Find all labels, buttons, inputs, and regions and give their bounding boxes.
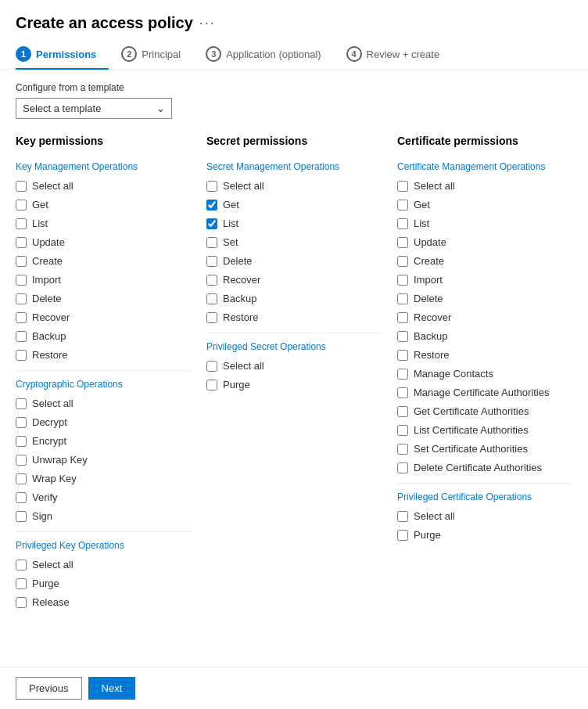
cert-delete-label[interactable]: Delete: [414, 293, 443, 304]
key-crypto-select-all-checkbox[interactable]: [16, 398, 27, 409]
cert-manage-contacts-label[interactable]: Manage Contacts: [414, 368, 493, 380]
secret-purge-label[interactable]: Purge: [223, 379, 250, 390]
key-decrypt-label[interactable]: Decrypt: [32, 416, 67, 428]
previous-button[interactable]: Previous: [16, 677, 82, 700]
key-sign-checkbox[interactable]: [16, 511, 27, 522]
key-crypto-select-all-label[interactable]: Select all: [32, 398, 74, 409]
cert-update-label[interactable]: Update: [414, 236, 446, 248]
secret-recover-label[interactable]: Recover: [223, 274, 260, 286]
cert-update-checkbox[interactable]: [397, 237, 408, 248]
secret-purge-checkbox[interactable]: [206, 380, 217, 390]
key-unwrap-key-label[interactable]: Unwrap Key: [32, 454, 88, 466]
key-backup-label[interactable]: Backup: [32, 330, 66, 342]
cert-recover-label[interactable]: Recover: [414, 311, 451, 323]
key-priv-select-all-label[interactable]: Select all: [32, 559, 74, 570]
secret-get-label[interactable]: Get: [223, 199, 239, 211]
cert-purge-label[interactable]: Purge: [414, 529, 441, 541]
key-verify-checkbox[interactable]: [16, 492, 27, 503]
cert-list-label[interactable]: List: [414, 218, 429, 229]
secret-backup-label[interactable]: Backup: [223, 293, 256, 304]
tab-permissions[interactable]: 1 Permissions: [16, 40, 109, 70]
cert-set-cas-checkbox[interactable]: [397, 444, 408, 455]
tab-application[interactable]: 3 Application (optional): [206, 40, 333, 70]
cert-create-checkbox[interactable]: [397, 256, 408, 267]
key-recover-checkbox[interactable]: [16, 312, 27, 323]
secret-set-checkbox[interactable]: [206, 237, 217, 248]
cert-delete-cas-checkbox[interactable]: [397, 462, 408, 473]
key-wrap-key-label[interactable]: Wrap Key: [32, 473, 77, 484]
secret-recover-checkbox[interactable]: [206, 275, 217, 286]
key-encrypt-checkbox[interactable]: [16, 436, 27, 447]
cert-select-all-checkbox[interactable]: [397, 181, 408, 192]
cert-restore-label[interactable]: Restore: [414, 349, 450, 361]
cert-select-all-label[interactable]: Select all: [414, 180, 455, 192]
secret-list-checkbox[interactable]: [206, 218, 217, 229]
secret-set-label[interactable]: Set: [223, 236, 238, 248]
tab-review-create[interactable]: 4 Review + create: [346, 40, 453, 70]
key-wrap-key-checkbox[interactable]: [16, 473, 27, 484]
key-verify-label[interactable]: Verify: [32, 491, 58, 503]
cert-manage-cas-label[interactable]: Manage Certificate Authorities: [414, 387, 549, 398]
cert-backup-label[interactable]: Backup: [414, 330, 447, 342]
secret-get-checkbox[interactable]: [206, 200, 217, 211]
key-get-checkbox[interactable]: [16, 200, 27, 211]
cert-priv-select-all-label[interactable]: Select all: [414, 510, 455, 522]
cert-manage-cas-checkbox[interactable]: [397, 387, 408, 398]
key-restore-checkbox[interactable]: [16, 350, 27, 361]
cert-get-checkbox[interactable]: [397, 200, 408, 211]
key-release-label[interactable]: Release: [32, 596, 70, 608]
key-list-label[interactable]: List: [32, 218, 48, 229]
secret-restore-label[interactable]: Restore: [223, 311, 259, 323]
key-priv-select-all-checkbox[interactable]: [16, 560, 27, 570]
secret-delete-label[interactable]: Delete: [223, 255, 253, 267]
cert-get-cas-label[interactable]: Get Certificate Authorities: [414, 405, 529, 417]
key-select-all-checkbox[interactable]: [16, 181, 27, 192]
cert-get-cas-checkbox[interactable]: [397, 406, 408, 417]
secret-delete-checkbox[interactable]: [206, 256, 217, 267]
key-release-checkbox[interactable]: [16, 597, 27, 608]
secret-restore-checkbox[interactable]: [206, 312, 217, 323]
key-purge-checkbox[interactable]: [16, 578, 27, 589]
key-get-label[interactable]: Get: [32, 199, 48, 211]
secret-priv-select-all-label[interactable]: Select all: [223, 360, 264, 372]
key-delete-label[interactable]: Delete: [32, 293, 62, 304]
cert-create-label[interactable]: Create: [414, 255, 444, 267]
key-purge-label[interactable]: Purge: [32, 578, 59, 589]
key-create-label[interactable]: Create: [32, 255, 63, 267]
cert-purge-checkbox[interactable]: [397, 530, 408, 541]
header-menu-dots[interactable]: ···: [199, 15, 216, 31]
key-list-checkbox[interactable]: [16, 218, 27, 229]
cert-recover-checkbox[interactable]: [397, 312, 408, 323]
next-button[interactable]: Next: [88, 677, 136, 700]
key-import-label[interactable]: Import: [32, 274, 61, 286]
key-unwrap-key-checkbox[interactable]: [16, 455, 27, 466]
cert-import-checkbox[interactable]: [397, 275, 408, 286]
key-delete-checkbox[interactable]: [16, 293, 27, 304]
cert-backup-checkbox[interactable]: [397, 331, 408, 342]
key-import-checkbox[interactable]: [16, 275, 27, 286]
secret-backup-checkbox[interactable]: [206, 293, 217, 304]
cert-delete-checkbox[interactable]: [397, 293, 408, 304]
secret-priv-select-all-checkbox[interactable]: [206, 361, 217, 372]
key-create-checkbox[interactable]: [16, 256, 27, 267]
key-recover-label[interactable]: Recover: [32, 311, 70, 323]
key-select-all-label[interactable]: Select all: [32, 180, 74, 192]
secret-select-all-checkbox[interactable]: [206, 181, 217, 192]
cert-get-label[interactable]: Get: [414, 199, 430, 211]
cert-import-label[interactable]: Import: [414, 274, 443, 286]
template-dropdown[interactable]: Select a template ⌄: [16, 98, 172, 119]
key-update-checkbox[interactable]: [16, 237, 27, 248]
key-encrypt-label[interactable]: Encrypt: [32, 435, 66, 447]
cert-list-cas-checkbox[interactable]: [397, 425, 408, 436]
key-decrypt-checkbox[interactable]: [16, 417, 27, 428]
cert-list-cas-label[interactable]: List Certificate Authorities: [414, 424, 529, 436]
key-backup-checkbox[interactable]: [16, 331, 27, 342]
cert-priv-select-all-checkbox[interactable]: [397, 511, 408, 522]
cert-delete-cas-label[interactable]: Delete Certificate Authorities: [414, 462, 542, 473]
cert-restore-checkbox[interactable]: [397, 350, 408, 361]
tab-principal[interactable]: 2 Principal: [121, 40, 193, 70]
cert-set-cas-label[interactable]: Set Certificate Authorities: [414, 443, 528, 455]
cert-manage-contacts-checkbox[interactable]: [397, 369, 408, 380]
secret-select-all-label[interactable]: Select all: [223, 180, 264, 192]
secret-list-label[interactable]: List: [223, 218, 238, 229]
